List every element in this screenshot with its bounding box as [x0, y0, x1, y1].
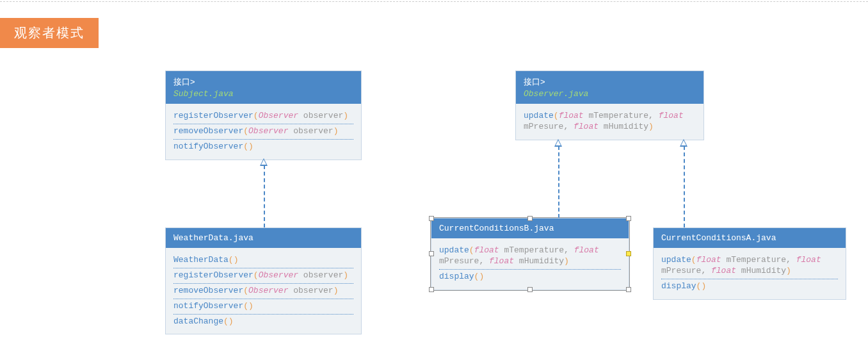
- paren: ): [343, 270, 348, 280]
- uml-observer[interactable]: 接口> Observer.java update(float mTemperat…: [515, 70, 704, 140]
- method-name: dataChange: [173, 316, 223, 326]
- method-name: WeatherData: [173, 255, 229, 265]
- method-row: display(): [439, 270, 621, 284]
- method-name: display: [439, 272, 474, 281]
- paren: (: [691, 255, 696, 265]
- paren: (: [243, 286, 248, 295]
- param-type: float: [474, 245, 499, 255]
- method-row: removeObserver(Observer observer): [173, 124, 353, 140]
- paren: (: [554, 111, 559, 120]
- method-row: registerObserver(Observer observer): [173, 268, 353, 284]
- method-name: update: [439, 245, 469, 255]
- uml-conditions-a[interactable]: CurrentConditionsA.java update(float mTe…: [653, 227, 846, 300]
- paren: (): [474, 272, 485, 281]
- resize-handle[interactable]: [527, 287, 533, 292]
- method-name: registerObserver: [173, 270, 253, 280]
- param-name: mTemperature,: [584, 111, 659, 120]
- uml-weatherdata-header: WeatherData.java: [166, 228, 361, 248]
- method-name: removeObserver: [173, 126, 243, 136]
- uml-conditions-a-body: update(float mTemperature, float mPresur…: [654, 248, 846, 299]
- param-type: float: [659, 111, 684, 120]
- pattern-title: 观察者模式: [0, 18, 99, 48]
- param-name: mHumidity: [736, 266, 786, 275]
- class-name: CurrentConditionsA.java: [661, 233, 838, 243]
- paren: (): [229, 255, 239, 265]
- paren: (): [243, 142, 253, 151]
- method-name: notifyObserver: [173, 142, 243, 151]
- method-row: update(float mTemperature, float mPresur…: [524, 109, 696, 135]
- paren: (: [253, 270, 259, 280]
- param-name: mTemperature,: [499, 245, 574, 255]
- param-name: mPresure,: [439, 256, 489, 266]
- class-name: Subject.java: [173, 89, 353, 99]
- method-row: update(float mTemperature, float mPresur…: [661, 253, 838, 279]
- uml-subject-body: registerObserver(Observer observer) remo…: [166, 104, 361, 160]
- class-name: CurrentConditionsB.java: [439, 224, 621, 233]
- method-name: display: [661, 281, 696, 291]
- method-row: dataChange(): [173, 315, 353, 329]
- resize-handle[interactable]: [626, 216, 631, 221]
- uml-conditions-b-body: update(float mTemperature, float mPresur…: [431, 238, 629, 290]
- method-row: removeObserver(Observer observer): [173, 284, 353, 299]
- param-name: observer: [288, 286, 333, 295]
- param-type: float: [574, 245, 599, 255]
- method-row: notifyObserver(): [173, 299, 353, 315]
- method-name: update: [661, 255, 691, 265]
- uml-conditions-a-header: CurrentConditionsA.java: [654, 228, 846, 248]
- param-name: mHumidity: [599, 122, 648, 131]
- method-name: registerObserver: [173, 111, 253, 120]
- param-name: observer: [288, 126, 333, 136]
- stereotype-label: 接口>: [173, 76, 353, 88]
- method-name: update: [524, 111, 554, 120]
- method-name: notifyObserver: [173, 301, 243, 311]
- param-name: observer: [298, 270, 343, 280]
- resize-handle[interactable]: [429, 216, 434, 221]
- arrow-head-icon: [680, 139, 687, 147]
- stereotype-label: 接口>: [524, 76, 696, 88]
- realization-arrow: [684, 146, 685, 227]
- param-type: Observer: [248, 286, 288, 295]
- method-row: notifyObserver(): [173, 140, 353, 154]
- method-row: WeatherData(): [173, 253, 353, 268]
- uml-conditions-b[interactable]: CurrentConditionsB.java update(float mTe…: [431, 218, 629, 290]
- uml-subject[interactable]: 接口> Subject.java registerObserver(Observ…: [165, 70, 362, 160]
- realization-arrow: [558, 146, 559, 218]
- method-row: registerObserver(Observer observer): [173, 109, 353, 124]
- paren: (): [243, 301, 253, 311]
- class-name: WeatherData.java: [173, 233, 353, 243]
- paren: (: [253, 111, 259, 120]
- method-name: removeObserver: [173, 286, 243, 295]
- paren: (): [696, 281, 707, 291]
- arrow-head-icon: [260, 158, 268, 166]
- param-type: float: [559, 111, 584, 120]
- param-type: Observer: [259, 270, 298, 280]
- paren: (): [223, 316, 234, 326]
- resize-handle[interactable]: [429, 251, 434, 256]
- param-type: float: [796, 255, 821, 265]
- param-name: mHumidity: [514, 256, 564, 266]
- paren: ): [786, 266, 791, 275]
- realization-arrow: [264, 165, 265, 227]
- param-name: mPresure,: [524, 122, 574, 131]
- param-name: mPresure,: [661, 266, 711, 275]
- resize-handle[interactable]: [527, 216, 533, 221]
- resize-handle[interactable]: [626, 287, 631, 292]
- uml-conditions-b-header: CurrentConditionsB.java: [431, 218, 629, 238]
- top-dashed-border: [0, 1, 868, 2]
- resize-handle[interactable]: [626, 251, 631, 256]
- paren: ): [564, 256, 569, 266]
- uml-weatherdata[interactable]: WeatherData.java WeatherData() registerO…: [165, 227, 362, 334]
- paren: ): [648, 122, 654, 131]
- uml-weatherdata-body: WeatherData() registerObserver(Observer …: [166, 248, 361, 334]
- paren: (: [243, 126, 248, 136]
- paren: ): [334, 286, 339, 295]
- param-type: float: [489, 256, 514, 266]
- uml-observer-body: update(float mTemperature, float mPresur…: [516, 104, 703, 140]
- param-type: float: [574, 122, 599, 131]
- paren: ): [334, 126, 339, 136]
- method-row: display(): [661, 279, 838, 294]
- resize-handle[interactable]: [429, 287, 434, 292]
- param-type: float: [711, 266, 736, 275]
- paren: (: [469, 245, 474, 255]
- arrow-head-icon: [554, 139, 562, 147]
